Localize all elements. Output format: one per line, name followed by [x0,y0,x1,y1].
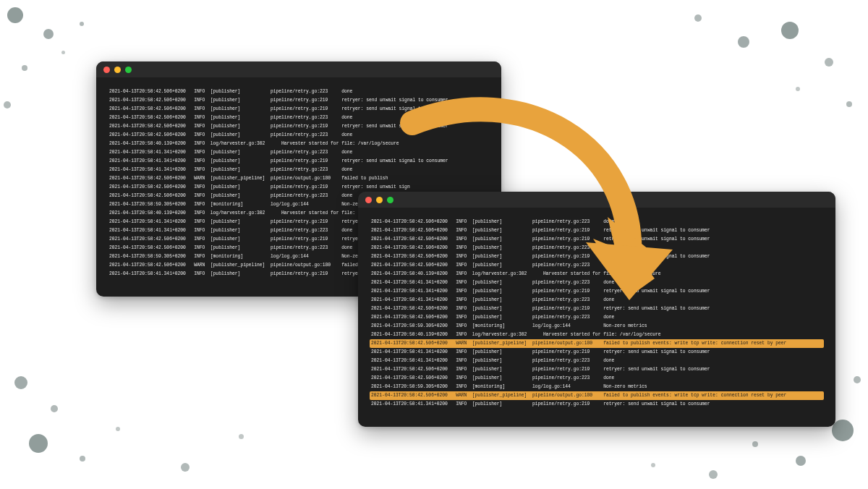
log-line: 2021-04-13T20:50:42.506+0200 INFO [publi… [371,365,822,374]
log-line: 2021-04-13T20:50:41.341+0200 INFO [publi… [371,400,822,409]
log-line: 2021-04-13T20:50:42.506+0200 INFO [publi… [371,244,822,252]
log-line: 2021-04-13T20:50:42.506+0200 INFO [publi… [109,105,488,114]
log-line: 2021-04-13T20:50:42.506+0200 INFO [publi… [371,235,822,244]
log-line: 2021-04-13T20:50:42.506+0200 INFO [publi… [109,183,488,192]
log-line: 2021-04-13T20:50:40.139+0200 INFO log/ha… [371,331,822,339]
window-titlebar[interactable] [358,192,835,208]
log-line: 2021-04-13T20:50:41.341+0200 INFO [publi… [109,148,488,157]
maximize-icon[interactable] [125,67,132,73]
log-line: 2021-04-13T20:50:42.506+0200 INFO [publi… [109,114,488,122]
log-line: 2021-04-13T20:50:42.506+0200 INFO [publi… [371,313,822,322]
log-line: 2021-04-13T20:50:42.506+0200 INFO [publi… [371,305,822,313]
log-line: 2021-04-13T20:50:41.341+0200 INFO [publi… [109,157,488,166]
log-line-highlighted: 2021-04-13T20:50:42.506+0200 WARN [publi… [370,391,824,400]
log-line: 2021-04-13T20:50:41.341+0200 INFO [publi… [371,287,822,296]
log-line: 2021-04-13T20:50:59.305+0200 INFO [monit… [371,322,822,331]
minimize-icon[interactable] [376,197,383,203]
log-line: 2021-04-13T20:50:42.506+0200 INFO [publi… [109,88,488,96]
terminal-window-right[interactable]: 2021-04-13T20:50:42.506+0200 INFO [publi… [358,192,835,427]
maximize-icon[interactable] [387,197,393,203]
log-line: 2021-04-13T20:50:42.506+0200 WARN [publi… [109,174,488,183]
log-line: 2021-04-13T20:50:41.341+0200 INFO [publi… [109,166,488,174]
log-line: 2021-04-13T20:50:40.139+0200 INFO log/ha… [109,140,488,148]
log-line: 2021-04-13T20:50:42.506+0200 INFO [publi… [371,252,822,261]
log-line-highlighted: 2021-04-13T20:50:42.506+0200 WARN [publi… [370,339,824,348]
log-line: 2021-04-13T20:50:41.341+0200 INFO [publi… [371,357,822,365]
log-line: 2021-04-13T20:50:42.506+0200 INFO [publi… [109,122,488,131]
log-line: 2021-04-13T20:50:42.506+0200 INFO [publi… [371,226,822,235]
window-titlebar[interactable] [96,61,501,77]
terminal-output-right: 2021-04-13T20:50:42.506+0200 INFO [publi… [358,208,835,422]
canvas: { "arrow_color": "#e8a33d", "terminal_le… [0,0,868,489]
log-line: 2021-04-13T20:50:42.506+0200 INFO [publi… [109,96,488,105]
close-icon[interactable] [365,197,372,203]
log-line: 2021-04-13T20:50:41.341+0200 INFO [publi… [371,348,822,357]
close-icon[interactable] [103,67,110,73]
log-line: 2021-04-13T20:50:59.305+0200 INFO [monit… [371,383,822,391]
log-line: 2021-04-13T20:50:42.506+0200 INFO [publi… [109,131,488,140]
minimize-icon[interactable] [114,67,121,73]
log-line: 2021-04-13T20:50:41.341+0200 INFO [publi… [371,296,822,305]
log-line: 2021-04-13T20:50:42.506+0200 INFO [publi… [371,261,822,270]
log-line: 2021-04-13T20:50:42.506+0200 INFO [publi… [371,218,822,226]
log-line: 2021-04-13T20:50:41.341+0200 INFO [publi… [371,278,822,287]
log-line: 2021-04-13T20:50:40.139+0200 INFO log/ha… [371,270,822,278]
log-line: 2021-04-13T20:50:42.506+0200 INFO [publi… [371,374,822,383]
